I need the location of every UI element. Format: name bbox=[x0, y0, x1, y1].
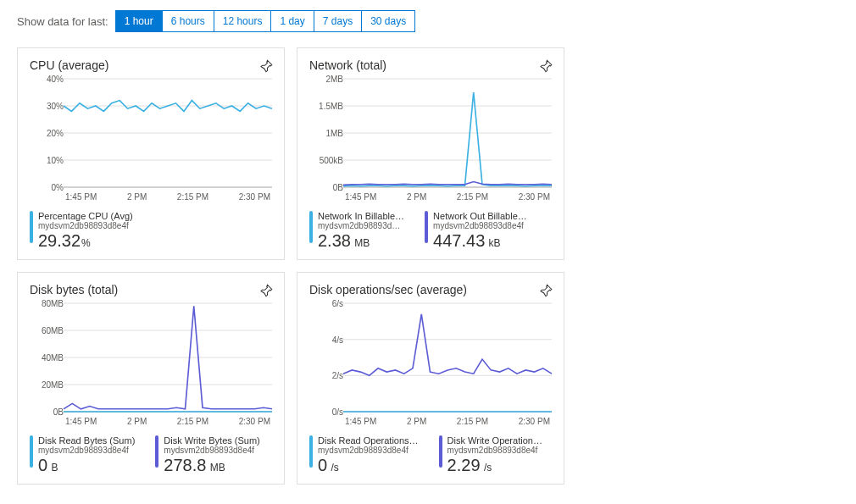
x-axis-labels: 1:45 PM2 PM2:15 PM2:30 PM bbox=[343, 189, 552, 206]
pin-icon bbox=[538, 58, 553, 74]
legend-color-swatch bbox=[30, 435, 33, 468]
chart-legend: Network In Billable… mydsvm2db98893d8e4f… bbox=[309, 211, 552, 249]
legend-item: Disk Read Bytes (Sum) mydsvm2db98893d8e4… bbox=[30, 435, 135, 474]
pin-button[interactable] bbox=[255, 280, 277, 304]
legend-item: Disk Write Operation… mydsvm2db98893d8e4… bbox=[439, 435, 542, 474]
pin-icon bbox=[258, 283, 274, 298]
legend-metric-name: Disk Read Bytes (Sum) bbox=[38, 435, 135, 446]
x-tick-label: 1:45 PM bbox=[345, 192, 376, 206]
time-range-6-hours[interactable]: 6 hours bbox=[163, 10, 214, 32]
chart-legend: Percentage CPU (Avg) mydsvm2db98893d8e4f… bbox=[30, 211, 272, 249]
chart-plot[interactable] bbox=[343, 303, 552, 412]
y-tick-label: 1.5MB bbox=[319, 102, 343, 111]
x-tick-label: 2:15 PM bbox=[177, 192, 208, 206]
chart-series-1 bbox=[343, 182, 552, 186]
card-title: Disk operations/sec (average) bbox=[309, 283, 552, 296]
x-tick-label: 1:45 PM bbox=[345, 417, 376, 430]
legend-metric-value: 0 B bbox=[30, 457, 135, 474]
time-range-1-day[interactable]: 1 day bbox=[271, 10, 314, 32]
time-range-button-group: 1 hour6 hours12 hours1 day7 days30 days bbox=[115, 10, 416, 32]
time-range-label: Show data for last: bbox=[17, 15, 108, 28]
card-title: Network (total) bbox=[309, 58, 552, 72]
legend-resource-name: mydsvm2db98893d8e4f bbox=[38, 221, 133, 230]
y-tick-label: 0/s bbox=[332, 407, 343, 417]
pin-button[interactable] bbox=[535, 55, 557, 80]
x-tick-label: 1:45 PM bbox=[65, 417, 97, 430]
legend-color-swatch bbox=[309, 211, 313, 243]
legend-item: Network Out Billable… mydsvm2db98893d8e4… bbox=[425, 211, 527, 249]
x-axis-labels: 1:45 PM2 PM2:15 PM2:30 PM bbox=[343, 413, 552, 430]
x-tick-label: 2 PM bbox=[127, 417, 147, 430]
y-tick-label: 10% bbox=[47, 156, 64, 165]
chart-plot[interactable] bbox=[64, 79, 272, 187]
legend-resource-name: mydsvm2db98893d8e4f bbox=[447, 446, 542, 455]
chart-legend: Disk Read Operations… mydsvm2db98893d8e4… bbox=[309, 435, 552, 474]
legend-metric-value: 29.32% bbox=[30, 232, 133, 249]
legend-item: Disk Write Bytes (Sum) mydsvm2db98893d8e… bbox=[155, 435, 259, 474]
y-tick-label: 40MB bbox=[42, 353, 64, 363]
time-range-1-hour[interactable]: 1 hour bbox=[115, 10, 163, 32]
legend-metric-name: Disk Read Operations… bbox=[318, 435, 419, 446]
y-tick-label: 30% bbox=[47, 102, 64, 111]
chart-plot[interactable] bbox=[343, 79, 552, 187]
legend-item: Percentage CPU (Avg) mydsvm2db98893d8e4f… bbox=[30, 211, 133, 249]
time-range-12-hours[interactable]: 12 hours bbox=[214, 10, 272, 32]
x-tick-label: 2:15 PM bbox=[457, 192, 488, 206]
legend-item: Network In Billable… mydsvm2db98893d8e4f… bbox=[309, 211, 404, 249]
legend-metric-name: Percentage CPU (Avg) bbox=[38, 211, 133, 221]
x-tick-label: 2:30 PM bbox=[519, 417, 550, 430]
time-range-30-days[interactable]: 30 days bbox=[362, 10, 415, 32]
y-axis-labels: 2MB1.5MB1MB500kB0B bbox=[309, 79, 343, 187]
y-tick-label: 0B bbox=[333, 183, 343, 192]
chart-plot[interactable] bbox=[64, 303, 272, 412]
legend-color-swatch bbox=[309, 435, 313, 468]
chart-legend: Disk Read Bytes (Sum) mydsvm2db98893d8e4… bbox=[30, 435, 272, 474]
metric-card: Disk bytes (total) 80MB60MB40MB20MB0B 1:… bbox=[17, 272, 285, 485]
x-tick-label: 2:15 PM bbox=[177, 417, 208, 430]
x-axis-labels: 1:45 PM2 PM2:15 PM2:30 PM bbox=[64, 413, 272, 430]
metric-card: CPU (average) 40%30%20%10%0% 1:45 PM2 PM… bbox=[17, 47, 285, 260]
metric-card: Network (total) 2MB1.5MB1MB500kB0B 1:45 … bbox=[297, 47, 564, 260]
legend-resource-name: mydsvm2db98893d8e4f bbox=[318, 446, 419, 455]
y-axis-labels: 80MB60MB40MB20MB0B bbox=[30, 303, 64, 412]
pin-button[interactable] bbox=[535, 280, 557, 304]
y-tick-label: 4/s bbox=[332, 335, 343, 344]
time-range-filter: Show data for last: 1 hour6 hours12 hour… bbox=[17, 10, 839, 32]
legend-color-swatch bbox=[30, 211, 33, 243]
legend-metric-value: 447.43 kB bbox=[425, 232, 527, 249]
pin-button[interactable] bbox=[255, 55, 277, 80]
y-tick-label: 1MB bbox=[325, 129, 343, 138]
chart-area: 2MB1.5MB1MB500kB0B 1:45 PM2 PM2:15 PM2:3… bbox=[309, 79, 552, 206]
legend-metric-value: 2.29 /s bbox=[439, 457, 542, 474]
y-tick-label: 2MB bbox=[325, 75, 343, 84]
legend-color-swatch bbox=[439, 435, 442, 468]
y-tick-label: 0% bbox=[52, 183, 64, 192]
y-tick-label: 500kB bbox=[320, 156, 343, 165]
y-tick-label: 80MB bbox=[42, 299, 64, 308]
y-tick-label: 20MB bbox=[42, 380, 64, 390]
time-range-7-days[interactable]: 7 days bbox=[314, 10, 362, 32]
legend-resource-name: mydsvm2db98893d8e4f bbox=[318, 221, 404, 230]
metric-card: Disk operations/sec (average) 6/s4/s2/s0… bbox=[297, 272, 564, 485]
x-tick-label: 2:30 PM bbox=[519, 192, 550, 206]
x-tick-label: 1:45 PM bbox=[65, 192, 97, 206]
y-tick-label: 0B bbox=[53, 407, 64, 417]
x-tick-label: 2 PM bbox=[407, 417, 426, 430]
card-title: CPU (average) bbox=[30, 58, 272, 72]
y-tick-label: 2/s bbox=[332, 371, 343, 380]
legend-metric-name: Disk Write Operation… bbox=[447, 435, 542, 446]
chart-series-0 bbox=[343, 92, 552, 186]
chart-area: 6/s4/s2/s0/s 1:45 PM2 PM2:15 PM2:30 PM bbox=[309, 303, 552, 430]
legend-metric-name: Network Out Billable… bbox=[433, 211, 527, 221]
metrics-cards-container: CPU (average) 40%30%20%10%0% 1:45 PM2 PM… bbox=[17, 47, 839, 485]
legend-item: Disk Read Operations… mydsvm2db98893d8e4… bbox=[309, 435, 419, 474]
y-tick-label: 40% bbox=[47, 75, 64, 84]
card-title: Disk bytes (total) bbox=[30, 283, 272, 296]
chart-area: 80MB60MB40MB20MB0B 1:45 PM2 PM2:15 PM2:3… bbox=[30, 303, 272, 430]
pin-icon bbox=[258, 58, 274, 74]
y-axis-labels: 6/s4/s2/s0/s bbox=[309, 303, 343, 412]
x-tick-label: 2:30 PM bbox=[239, 192, 270, 206]
pin-icon bbox=[538, 283, 553, 298]
chart-series-1 bbox=[343, 314, 552, 376]
y-tick-label: 60MB bbox=[42, 326, 64, 335]
